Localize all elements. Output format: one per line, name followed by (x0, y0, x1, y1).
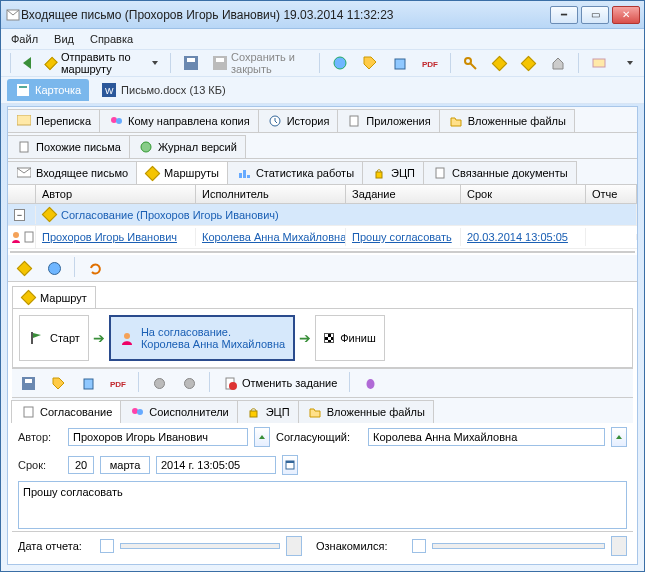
grid-header-executor[interactable]: Исполнитель (196, 185, 346, 203)
diamond-icon (21, 290, 37, 306)
menubar: Файл Вид Справка (1, 29, 644, 49)
route-step-selected[interactable]: На согласование. Королева Анна Михайловн… (109, 315, 295, 361)
tool-tag[interactable] (357, 52, 383, 74)
tab-incoming[interactable]: Входящее письмо (7, 161, 137, 184)
sub-toolbar (8, 255, 637, 282)
pdf-icon: PDF (422, 55, 438, 71)
dt-gear2[interactable] (176, 372, 202, 394)
cell-task[interactable]: Прошу согласовать (346, 228, 461, 246)
tab-card[interactable]: Карточка (7, 79, 89, 101)
dtab-embedded[interactable]: Вложенные файлы (298, 400, 434, 423)
tool-key[interactable] (457, 52, 483, 74)
tab-stats-label: Статистика работы (256, 167, 354, 179)
route-tab-main[interactable]: Маршрут (12, 286, 96, 309)
author-field[interactable]: Прохоров Игорь Иванович (68, 428, 248, 446)
cell-author[interactable]: Прохоров Игорь Иванович (36, 228, 196, 246)
close-button[interactable]: ✕ (612, 6, 640, 24)
due-day-field[interactable]: 20 (68, 456, 94, 474)
dt-tag[interactable] (45, 372, 71, 394)
menu-help[interactable]: Справка (90, 33, 133, 45)
tab-similar-label: Похожие письма (36, 141, 121, 153)
grid-group-row[interactable]: − Согласование (Прохоров Игорь Иванович) (8, 204, 637, 226)
collapse-icon[interactable]: − (14, 209, 25, 221)
menu-view[interactable]: Вид (54, 33, 74, 45)
dtab-approval[interactable]: Согласование (11, 400, 121, 423)
minimize-button[interactable]: ━ (550, 6, 578, 24)
tool-pdf[interactable]: PDF (417, 52, 443, 74)
approver-field[interactable]: Королева Анна Михайловна (368, 428, 605, 446)
tab-attachment[interactable]: W Письмо.docx (13 КБ) (95, 79, 232, 101)
route-start[interactable]: Старт (19, 315, 89, 361)
tab-history[interactable]: История (258, 109, 339, 132)
sub-btn-1[interactable] (12, 257, 37, 279)
svg-point-39 (229, 382, 237, 390)
cell-executor[interactable]: Королева Анна Михайловна (196, 228, 346, 246)
tool-right-dd[interactable] (620, 52, 638, 74)
save-close-button[interactable]: Сохранить и закрыть (208, 52, 312, 74)
ack-cal-button[interactable] (611, 536, 627, 556)
tab-attachments[interactable]: Приложения (337, 109, 439, 132)
svg-point-40 (366, 379, 374, 389)
tab-correspondence[interactable]: Переписка (7, 109, 100, 132)
svg-rect-25 (376, 172, 382, 178)
due-calendar-button[interactable] (282, 455, 298, 475)
hscroll[interactable] (10, 251, 635, 253)
sub-btn-2[interactable] (41, 257, 67, 279)
tool-bin[interactable] (387, 52, 413, 74)
tool-diamond2[interactable] (516, 52, 541, 74)
svg-rect-18 (350, 116, 358, 126)
cell-due[interactable]: 20.03.2014 13:05:05 (461, 228, 586, 246)
ack-checkbox[interactable] (412, 539, 426, 553)
tab-similar[interactable]: Похожие письма (7, 135, 130, 158)
report-date-checkbox[interactable] (100, 539, 114, 553)
dt-bin[interactable] (75, 372, 101, 394)
maximize-button[interactable]: ▭ (581, 6, 609, 24)
dt-save[interactable] (15, 372, 41, 394)
tool-diamond[interactable] (487, 52, 512, 74)
dt-cancel-task[interactable]: Отменить задание (217, 372, 342, 394)
table-row[interactable]: Прохоров Игорь Иванович Королева Анна Ми… (8, 226, 637, 249)
approver-up-button[interactable] (611, 427, 627, 447)
grid-header-report[interactable]: Отче (586, 185, 637, 203)
tab-versions[interactable]: Журнал версий (129, 135, 246, 158)
tab-linked[interactable]: Связанные документы (423, 161, 577, 184)
dtab-eds[interactable]: ЭЦП (237, 400, 299, 423)
grid-header-author[interactable]: Автор (36, 185, 196, 203)
tool-mail[interactable] (586, 52, 612, 74)
dtab-coexec[interactable]: Соисполнители (120, 400, 237, 423)
home-icon (550, 55, 566, 71)
grid-header-due[interactable]: Срок (461, 185, 586, 203)
dt-gear1[interactable] (146, 372, 172, 394)
grid-header-task[interactable]: Задание (346, 185, 461, 203)
separator (578, 53, 579, 73)
due-month-field[interactable]: марта (100, 456, 150, 474)
tab-eds[interactable]: ЭЦП (362, 161, 424, 184)
tool-home[interactable] (545, 52, 571, 74)
task-text[interactable]: Прошу согласовать (18, 481, 627, 529)
dt-pdf[interactable]: PDF (105, 372, 131, 394)
report-date-cal-button[interactable] (286, 536, 302, 556)
author-up-button[interactable] (254, 427, 270, 447)
menu-file[interactable]: Файл (11, 33, 38, 45)
dt-bug[interactable] (357, 372, 383, 394)
save-button[interactable] (178, 52, 204, 74)
flag-green-icon (28, 330, 44, 346)
route-finish[interactable]: Финиш (315, 315, 385, 361)
due-rest-field[interactable]: 2014 г. 13:05:05 (156, 456, 276, 474)
tab-embedded-files[interactable]: Вложенные файлы (439, 109, 575, 132)
key-icon (462, 55, 478, 71)
tabs-row-2: Похожие письма Журнал версий (8, 133, 637, 159)
sub-btn-3[interactable] (82, 257, 108, 279)
back-button[interactable] (18, 52, 36, 74)
svg-point-5 (334, 57, 346, 69)
user-icon (119, 330, 135, 346)
tab-routes[interactable]: Маршруты (136, 161, 228, 184)
tab-copy-to[interactable]: Кому направлена копия (99, 109, 259, 132)
diamond-icon (44, 56, 58, 70)
send-route-button[interactable]: Отправить по маршруту (40, 52, 164, 74)
tool-globe[interactable] (327, 52, 353, 74)
tab-attachment-label: Письмо.docx (13 КБ) (121, 84, 226, 96)
detail-tabs: Согласование Соисполнители ЭЦП Вложенные… (12, 398, 633, 423)
bug-icon (362, 375, 378, 391)
tab-stats[interactable]: Статистика работы (227, 161, 363, 184)
